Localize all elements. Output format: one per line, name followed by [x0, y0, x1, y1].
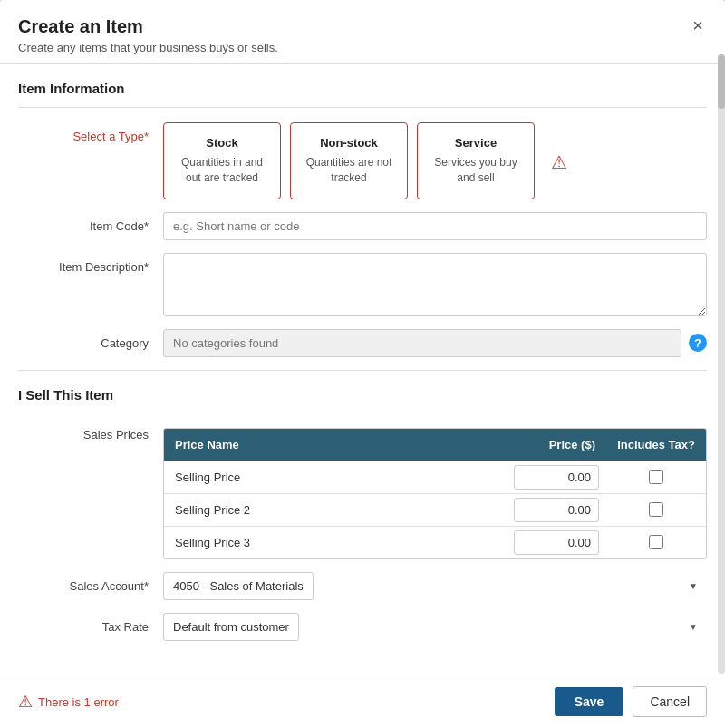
dialog-body: Item Information Select a Type* Stock Qu… — [0, 64, 725, 675]
tax-rate-row: Tax Rate Default from customer — [18, 613, 707, 641]
price-row-3: Selling Price 3 — [164, 526, 706, 558]
item-description-row: Item Description* — [18, 253, 707, 316]
sales-prices-label: Sales Prices — [18, 428, 163, 442]
type-card-nonstock-desc: Quantities are not tracked — [302, 155, 396, 186]
tax-rate-label: Tax Rate — [18, 613, 163, 634]
category-field-container: ? — [163, 329, 707, 357]
sales-account-row: Sales Account* 4050 - Sales of Materials — [18, 572, 707, 600]
save-button[interactable]: Save — [555, 687, 624, 716]
col-header-price-name: Price Name — [164, 429, 507, 461]
scrollbar-thumb[interactable] — [718, 54, 725, 109]
price-value-cell-2 — [507, 494, 606, 526]
price-tax-cell-2 — [606, 499, 706, 520]
price-name-3: Selling Price 3 — [164, 529, 507, 557]
category-help-icon[interactable]: ? — [689, 334, 707, 352]
col-header-includes-tax: Includes Tax? — [606, 429, 706, 461]
dialog-title: Create an Item — [18, 16, 278, 37]
price-tax-cell-1 — [606, 466, 706, 488]
category-input[interactable] — [163, 329, 682, 357]
type-card-service[interactable]: Service Services you buy and sell — [417, 122, 535, 199]
price-input-2[interactable] — [514, 498, 599, 522]
item-code-input[interactable] — [163, 212, 707, 240]
type-cards-container: Stock Quantities in and out are tracked … — [163, 122, 707, 199]
price-table-header: Price Name Price ($) Includes Tax? — [164, 429, 706, 461]
price-value-cell-1 — [507, 461, 606, 493]
sales-account-label: Sales Account* — [18, 572, 163, 593]
item-code-row: Item Code* — [18, 212, 707, 240]
footer-error-text: There is 1 error — [38, 695, 119, 709]
type-card-nonstock[interactable]: Non-stock Quantities are not tracked — [290, 122, 408, 199]
type-card-stock-title: Stock — [175, 136, 269, 150]
item-information-title: Item Information — [18, 64, 707, 108]
select-type-row: Select a Type* Stock Quantities in and o… — [18, 122, 707, 199]
item-description-input[interactable] — [163, 253, 707, 316]
type-card-nonstock-title: Non-stock — [302, 136, 396, 150]
sales-prices-row: Sales Prices Price Name Price ($) Includ… — [18, 428, 707, 559]
sales-account-select-wrapper: 4050 - Sales of Materials — [163, 572, 707, 600]
type-card-stock[interactable]: Stock Quantities in and out are tracked — [163, 122, 281, 199]
price-tax-checkbox-2[interactable] — [649, 502, 663, 517]
header-text: Create an Item Create any items that you… — [18, 16, 278, 54]
price-tax-checkbox-3[interactable] — [649, 535, 663, 549]
price-tax-cell-3 — [606, 531, 706, 553]
category-label: Category — [18, 329, 163, 350]
item-code-label: Item Code* — [18, 212, 163, 233]
sell-section-title: I Sell This Item — [18, 371, 707, 413]
price-name-2: Selling Price 2 — [164, 496, 507, 524]
close-button[interactable]: × — [689, 16, 707, 34]
create-item-dialog: Create an Item Create any items that you… — [0, 0, 725, 728]
dialog-footer: ⚠ There is 1 error Save Cancel — [0, 675, 725, 728]
price-value-cell-3 — [507, 527, 606, 558]
tax-rate-select-wrapper: Default from customer — [163, 613, 707, 641]
footer-error-message: ⚠ There is 1 error — [18, 692, 119, 712]
price-table: Price Name Price ($) Includes Tax? Selli… — [163, 428, 707, 559]
price-row-1: Selling Price — [164, 461, 706, 493]
scrollbar-track[interactable] — [718, 54, 725, 674]
type-card-stock-desc: Quantities in and out are tracked — [175, 155, 269, 186]
type-card-service-desc: Services you buy and sell — [429, 155, 523, 186]
category-row: Category ? — [18, 329, 707, 357]
select-type-label: Select a Type* — [18, 122, 163, 143]
dialog-subtitle: Create any items that your business buys… — [18, 41, 278, 54]
sales-account-select[interactable]: 4050 - Sales of Materials — [163, 572, 314, 600]
price-input-3[interactable] — [514, 530, 599, 555]
price-tax-checkbox-1[interactable] — [649, 470, 663, 484]
type-card-service-title: Service — [429, 136, 523, 150]
price-input-1[interactable] — [514, 465, 599, 490]
type-error-icon: ⚠ — [551, 151, 567, 173]
item-description-label: Item Description* — [18, 253, 163, 274]
dialog-header: Create an Item Create any items that you… — [0, 0, 725, 64]
cancel-button[interactable]: Cancel — [633, 686, 707, 717]
price-row-2: Selling Price 2 — [164, 493, 706, 526]
price-name-1: Selling Price — [164, 463, 507, 491]
col-header-price: Price ($) — [507, 429, 606, 461]
tax-rate-select[interactable]: Default from customer — [163, 613, 299, 641]
footer-error-icon: ⚠ — [18, 692, 33, 712]
